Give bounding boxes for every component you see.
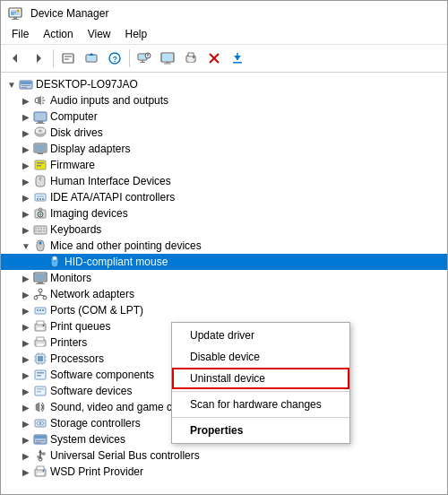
tree-item-display[interactable]: ▶ Display adapters (1, 141, 447, 157)
expander-sw-components[interactable]: ▶ (19, 368, 33, 382)
tree-item-root[interactable]: ▼ DESKTOP-LO97JAO (1, 76, 447, 92)
label-disk: Disk drives (50, 126, 103, 139)
menu-action[interactable]: Action (36, 26, 80, 42)
back-button[interactable] (4, 48, 26, 69)
menu-bar: File Action View Help (1, 24, 447, 45)
svg-rect-74 (43, 228, 45, 230)
label-printers: Printers (50, 336, 87, 349)
expander-disk[interactable]: ▶ (19, 126, 33, 140)
remove-btn[interactable] (203, 48, 225, 69)
label-network: Network adapters (50, 288, 134, 300)
ctx-separator (172, 391, 349, 392)
label-ports: Ports (COM & LPT) (50, 304, 143, 317)
svg-rect-119 (37, 388, 44, 390)
expander-usb[interactable]: ▶ (19, 448, 33, 463)
tree-item-keyboards[interactable]: ▶ Keyboards (1, 221, 447, 238)
svg-rect-36 (233, 62, 242, 64)
print-btn[interactable] (180, 48, 202, 69)
svg-point-51 (39, 130, 42, 133)
svg-point-97 (42, 309, 44, 311)
update-driver-btn[interactable] (81, 48, 102, 69)
expander-computer[interactable]: ▶ (19, 109, 33, 124)
download-btn[interactable] (227, 48, 248, 69)
ctx-update-driver[interactable]: Update driver (172, 325, 349, 346)
label-ide: IDE ATA/ATAPI controllers (50, 191, 175, 204)
expander-keyboards[interactable]: ▶ (19, 222, 33, 237)
tree-item-network[interactable]: ▶ Network adapters (1, 286, 447, 302)
icon-usb (33, 448, 47, 463)
label-processors: Processors (50, 352, 104, 365)
svg-rect-128 (36, 442, 41, 443)
properties-toolbar-btn[interactable] (57, 48, 79, 69)
expander-display[interactable]: ▶ (19, 142, 33, 156)
expander-root[interactable]: ▼ (4, 77, 19, 91)
expander-wsd[interactable]: ▶ (19, 465, 33, 479)
tree-item-ports[interactable]: ▶ Ports (COM & LPT) (1, 302, 447, 318)
icon-ide (33, 190, 47, 204)
icon-mice (33, 239, 47, 253)
toolbar-sep-2 (129, 49, 130, 67)
svg-rect-72 (38, 228, 39, 230)
ctx-scan-changes[interactable]: Scan for hardware changes (172, 394, 349, 415)
svg-point-4 (17, 10, 20, 13)
forward-button[interactable] (28, 48, 49, 69)
expander-storage[interactable]: ▶ (19, 416, 33, 430)
tree-item-ide[interactable]: ▶ IDE ATA/ATAPI controllers (1, 189, 447, 205)
help-btn[interactable]: ? (104, 48, 125, 69)
tree-item-firmware[interactable]: ▶ Firmware (1, 157, 447, 173)
expander-hid[interactable]: ▶ (19, 174, 33, 188)
svg-rect-54 (38, 152, 43, 154)
tree-item-audio[interactable]: ▶ Audio inputs and outputs (1, 92, 447, 109)
ctx-disable-device[interactable]: Disable device (172, 346, 349, 368)
menu-view[interactable]: View (81, 26, 118, 42)
svg-rect-27 (164, 64, 171, 65)
scan-changes-btn[interactable] (134, 48, 155, 69)
tree-item-monitors[interactable]: ▶ Monitors (1, 270, 447, 286)
svg-rect-75 (35, 230, 37, 232)
icon-computer (33, 109, 47, 124)
expander-print-queues[interactable]: ▶ (19, 319, 33, 334)
label-sw-components: Software components (50, 369, 154, 381)
toolbar: ? (1, 45, 447, 73)
expander-processors[interactable]: ▶ (19, 352, 33, 366)
svg-point-60 (39, 178, 42, 180)
svg-rect-13 (87, 56, 96, 61)
svg-rect-120 (37, 391, 41, 393)
expander-ports[interactable]: ▶ (19, 303, 33, 317)
menu-file[interactable]: File (4, 26, 36, 42)
tree-item-imaging[interactable]: ▶ Imaging devices (1, 205, 447, 221)
monitor-btn[interactable] (157, 48, 178, 69)
expander-system[interactable]: ▶ (19, 432, 33, 447)
label-imaging: Imaging devices (50, 207, 128, 220)
tree-item-hid-mouse[interactable]: HID-compliant mouse (1, 254, 447, 270)
ctx-uninstall-device[interactable]: Uninstall device (172, 368, 349, 389)
expander-audio[interactable]: ▶ (19, 93, 33, 108)
tree-item-mice[interactable]: ▼ Mice and other pointing devices (1, 238, 447, 254)
expander-mice[interactable]: ▼ (19, 239, 33, 253)
tree-item-usb[interactable]: ▶ Universal Serial Bus controllers (1, 447, 447, 464)
icon-sw-devices (33, 384, 47, 398)
ctx-properties[interactable]: Properties (172, 420, 349, 441)
svg-rect-63 (37, 198, 39, 200)
icon-system (33, 432, 47, 447)
expander-sound[interactable]: ▶ (19, 400, 33, 414)
icon-storage (33, 416, 47, 430)
expander-network[interactable]: ▶ (19, 287, 33, 301)
tree-item-disk[interactable]: ▶ Disk drives (1, 125, 447, 141)
expander-firmware[interactable]: ▶ (19, 158, 33, 172)
label-sw-devices: Software devices (50, 385, 132, 397)
svg-point-31 (193, 56, 194, 58)
svg-rect-19 (142, 60, 143, 62)
menu-help[interactable]: Help (118, 26, 155, 42)
icon-monitors (33, 271, 47, 285)
expander-ide[interactable]: ▶ (19, 190, 33, 204)
expander-imaging[interactable]: ▶ (19, 206, 33, 221)
expander-monitors[interactable]: ▶ (19, 271, 33, 285)
expander-sw-devices[interactable]: ▶ (19, 384, 33, 398)
tree-item-wsd[interactable]: ▶ WSD Print Provider (1, 464, 447, 480)
expander-hid-mouse (33, 255, 47, 269)
tree-item-computer[interactable]: ▶ Computer (1, 109, 447, 125)
tree-item-hid[interactable]: ▶ Human Interface Devices (1, 173, 447, 189)
expander-printers[interactable]: ▶ (19, 335, 33, 350)
svg-rect-73 (40, 228, 42, 230)
